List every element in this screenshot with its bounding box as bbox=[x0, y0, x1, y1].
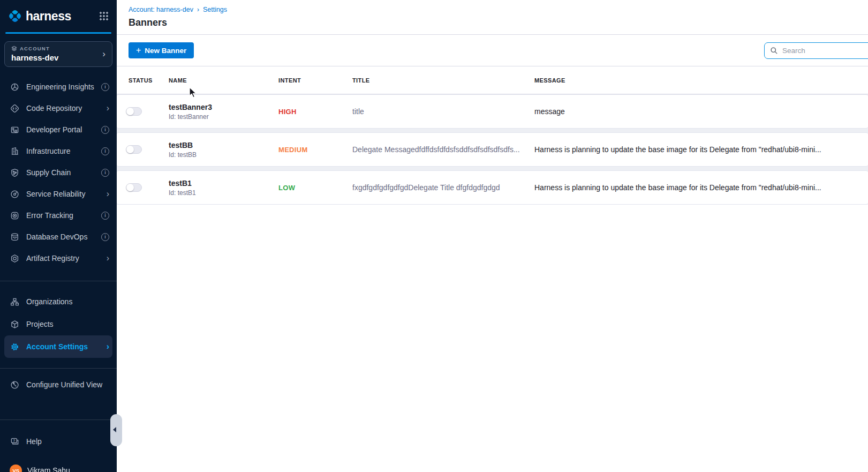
info-icon[interactable]: i bbox=[101, 126, 109, 134]
toggle-knob bbox=[126, 146, 134, 153]
banner-id: Id: testBB bbox=[169, 151, 278, 159]
header-accent-rule bbox=[5, 32, 111, 34]
account-label: ACCOUNT bbox=[20, 46, 50, 51]
status-toggle[interactable] bbox=[126, 183, 142, 192]
search-icon bbox=[770, 47, 778, 55]
banner-id: Id: testBanner bbox=[169, 113, 278, 121]
developer-portal-icon bbox=[10, 125, 19, 134]
table-row[interactable]: testBB Id: testBB MEDIUM Delegate Messag… bbox=[117, 132, 868, 167]
banner-rows: testBanner3 Id: testBanner HIGH title me… bbox=[117, 94, 868, 205]
sidebar-collapse-handle[interactable] bbox=[110, 414, 122, 446]
sidebar-header: harness bbox=[0, 0, 117, 32]
database-devops-icon bbox=[10, 232, 19, 242]
info-icon[interactable]: i bbox=[101, 233, 109, 241]
account-name: harness-dev bbox=[11, 53, 105, 62]
sidebar-item-label: Supply Chain bbox=[26, 168, 94, 177]
sidebar: harness ACCOUNT harness-dev › Engineerin… bbox=[0, 0, 117, 472]
banner-name: testB1 bbox=[169, 179, 278, 188]
sidebar-divider bbox=[0, 281, 117, 281]
sidebar-item-label: Organizations bbox=[26, 297, 109, 306]
toggle-knob bbox=[126, 108, 134, 115]
svg-text:?: ? bbox=[13, 438, 15, 442]
status-toggle[interactable] bbox=[126, 107, 142, 116]
banner-name: testBanner3 bbox=[169, 103, 278, 111]
sidebar-divider bbox=[0, 368, 117, 369]
info-icon[interactable]: i bbox=[101, 212, 109, 220]
sidebar-item-database-devops[interactable]: Database DevOps i bbox=[0, 226, 117, 248]
sidebar-item-label: Error Tracking bbox=[26, 211, 94, 220]
service-reliability-icon bbox=[10, 189, 19, 199]
table-row[interactable]: testBanner3 Id: testBanner HIGH title me… bbox=[117, 94, 868, 129]
collapse-arrow-icon bbox=[113, 427, 116, 432]
sidebar-footer: ? Help VS Vikram Sahu bbox=[0, 419, 117, 472]
column-header-name: NAME bbox=[169, 77, 278, 84]
column-header-title: TITLE bbox=[352, 77, 534, 84]
code-repository-icon bbox=[10, 103, 19, 113]
column-header-status: STATUS bbox=[117, 77, 169, 84]
sidebar-item-organizations[interactable]: Organizations bbox=[0, 290, 117, 313]
app-launcher-icon[interactable] bbox=[100, 12, 108, 20]
infrastructure-icon bbox=[10, 146, 19, 156]
sidebar-item-service-reliability[interactable]: Service Reliability › bbox=[0, 183, 117, 205]
chevron-right-icon: › bbox=[107, 254, 109, 263]
info-icon[interactable]: i bbox=[101, 169, 109, 177]
organizations-icon bbox=[10, 297, 19, 306]
page-title: Banners bbox=[117, 13, 868, 35]
breadcrumb-settings-link[interactable]: Settings bbox=[203, 6, 227, 13]
breadcrumb: Account: harness-dev › Settings bbox=[117, 0, 868, 13]
column-header-message: MESSAGE bbox=[534, 77, 868, 84]
banner-message: Harness is planning to update the base i… bbox=[534, 145, 868, 154]
artifact-registry-icon bbox=[10, 253, 19, 263]
status-toggle[interactable] bbox=[126, 145, 142, 154]
chevron-right-icon: › bbox=[107, 342, 109, 351]
sidebar-item-projects[interactable]: Projects bbox=[0, 313, 117, 335]
banner-message: message bbox=[534, 107, 868, 116]
sidebar-item-account-settings[interactable]: Account Settings › bbox=[4, 335, 112, 358]
module-nav: Engineering Insights i Code Repository ›… bbox=[0, 76, 117, 269]
breadcrumb-account-link[interactable]: Account: harness-dev bbox=[129, 6, 193, 13]
sidebar-item-supply-chain[interactable]: Supply Chain i bbox=[0, 162, 117, 183]
account-switcher[interactable]: ACCOUNT harness-dev › bbox=[4, 41, 112, 67]
new-banner-button[interactable]: + New Banner bbox=[129, 42, 194, 58]
sidebar-item-label: Code Repository bbox=[26, 104, 100, 113]
info-icon[interactable]: i bbox=[101, 83, 109, 91]
logo-text: harness bbox=[26, 9, 71, 24]
chevron-right-icon: › bbox=[107, 190, 109, 198]
sidebar-item-label: Projects bbox=[26, 320, 109, 328]
intent-badge: LOW bbox=[278, 184, 352, 192]
info-icon[interactable]: i bbox=[101, 147, 109, 155]
chevron-right-icon: › bbox=[107, 104, 109, 113]
sidebar-item-label: Service Reliability bbox=[26, 190, 100, 198]
intent-badge: HIGH bbox=[278, 108, 352, 116]
main-content: Account: harness-dev › Settings Banners … bbox=[117, 0, 868, 472]
search-input[interactable] bbox=[782, 47, 868, 55]
help-chat-icon: ? bbox=[10, 437, 19, 446]
table-header: STATUS NAME INTENT TITLE MESSAGE bbox=[117, 66, 868, 94]
new-banner-label: New Banner bbox=[145, 47, 186, 55]
layers-icon bbox=[11, 46, 17, 51]
sidebar-item-label: Configure Unified View bbox=[26, 380, 109, 389]
sidebar-divider bbox=[0, 419, 117, 420]
avatar: VS bbox=[10, 464, 22, 472]
sidebar-item-code-repository[interactable]: Code Repository › bbox=[0, 98, 117, 119]
sidebar-item-label: Developer Portal bbox=[26, 125, 94, 134]
sidebar-item-engineering-insights[interactable]: Engineering Insights i bbox=[0, 76, 117, 98]
sidebar-item-error-tracking[interactable]: Error Tracking i bbox=[0, 205, 117, 226]
sidebar-item-label: Engineering Insights bbox=[26, 83, 94, 91]
table-row[interactable]: testB1 Id: testB1 LOW fxgdfgdfgdfgdfgdDe… bbox=[117, 170, 868, 205]
harness-logo[interactable]: harness bbox=[7, 9, 100, 24]
projects-icon bbox=[10, 319, 19, 329]
sidebar-item-help[interactable]: ? Help bbox=[0, 431, 117, 452]
user-profile[interactable]: VS Vikram Sahu bbox=[0, 460, 117, 472]
sidebar-item-infrastructure[interactable]: Infrastructure i bbox=[0, 140, 117, 162]
banner-title: title bbox=[352, 107, 534, 116]
sidebar-item-label: Infrastructure bbox=[26, 147, 94, 155]
sidebar-item-artifact-registry[interactable]: Artifact Registry › bbox=[0, 248, 117, 269]
sidebar-item-developer-portal[interactable]: Developer Portal i bbox=[0, 119, 117, 140]
supply-chain-icon bbox=[10, 168, 19, 177]
banner-message: Harness is planning to update the base i… bbox=[534, 183, 868, 192]
chevron-right-icon: › bbox=[102, 49, 105, 59]
banner-title: Delegate Messagedfdffdsfdfdsfsddfsdfsdfs… bbox=[352, 145, 534, 154]
sidebar-item-configure-unified-view[interactable]: Configure Unified View bbox=[0, 374, 117, 395]
sidebar-item-label: Account Settings bbox=[26, 342, 100, 351]
